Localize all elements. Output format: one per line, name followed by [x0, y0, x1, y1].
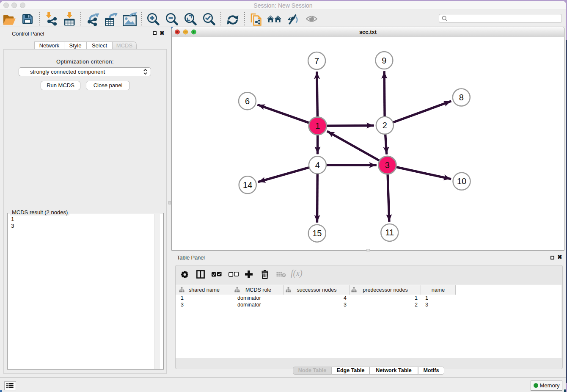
svg-text:7: 7 — [314, 56, 319, 66]
svg-text:14: 14 — [243, 180, 252, 190]
svg-text:15: 15 — [312, 229, 322, 238]
svg-text:10: 10 — [457, 177, 466, 186]
svg-text:3: 3 — [385, 160, 390, 170]
svg-text:8: 8 — [459, 93, 464, 102]
svg-text:1: 1 — [315, 121, 320, 130]
svg-text:2: 2 — [383, 121, 387, 130]
svg-text:9: 9 — [382, 56, 386, 65]
svg-text:11: 11 — [385, 228, 394, 237]
svg-text:6: 6 — [245, 97, 250, 106]
svg-text:4: 4 — [315, 160, 320, 170]
